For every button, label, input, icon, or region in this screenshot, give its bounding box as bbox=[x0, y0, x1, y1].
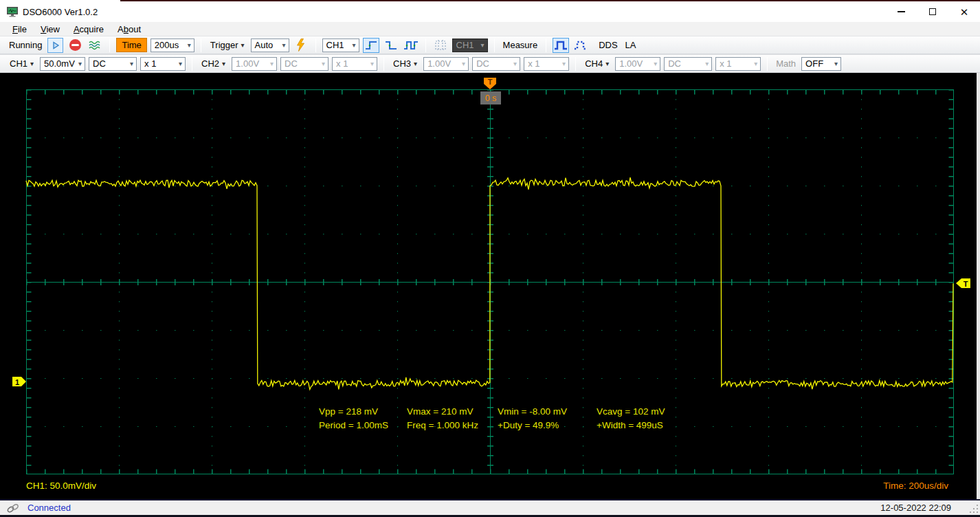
trigger-source-select[interactable]: CH1 ▾ bbox=[322, 38, 359, 52]
trigger-position-letter: T bbox=[488, 78, 493, 86]
separator bbox=[575, 57, 576, 71]
time-mode-button[interactable]: Time bbox=[116, 38, 146, 52]
maximize-icon bbox=[929, 8, 936, 15]
pulse-dotted-icon bbox=[573, 39, 588, 52]
trigger-menu-button[interactable]: Trigger ▾ bbox=[208, 38, 247, 53]
title-bar: DSO6000 Ver1.0.2 ✕ bbox=[0, 0, 980, 22]
math-value: OFF bbox=[805, 58, 823, 69]
ch4-label: CH4 bbox=[585, 58, 603, 69]
ch1-probe-value: x 1 bbox=[144, 58, 156, 69]
chevron-down-icon: ▾ bbox=[511, 60, 520, 67]
chevron-down-icon: ▾ bbox=[222, 60, 225, 67]
ch1-marker-number: 1 bbox=[15, 378, 19, 386]
app-icon bbox=[6, 6, 19, 17]
ch2-volts-select[interactable]: 1.00V ▾ bbox=[232, 57, 277, 71]
separator bbox=[767, 57, 768, 71]
trigger-time-label: 0 s bbox=[485, 94, 497, 103]
trigger-level-letter: T bbox=[964, 280, 968, 288]
separator bbox=[494, 38, 495, 52]
ch2-volts-value: 1.00V bbox=[236, 58, 259, 69]
force-trigger-button[interactable] bbox=[293, 38, 309, 53]
ch4-volts-select[interactable]: 1.00V ▾ bbox=[615, 57, 660, 71]
ch3-volts-select[interactable]: 1.00V ▾ bbox=[423, 57, 469, 71]
window-top-border bbox=[120, 0, 980, 1]
meas-vmax: Vmax = 210 mV bbox=[407, 406, 473, 417]
resize-grip[interactable] bbox=[970, 505, 979, 514]
toolbar-channels: CH1 ▾ 50.0mV ▾ DC ▾ x 1 ▾ CH2 ▾ 1.00V ▾ … bbox=[0, 54, 980, 73]
ch3-probe-select[interactable]: x 1 ▾ bbox=[524, 57, 569, 71]
chevron-down-icon: ▾ bbox=[267, 60, 276, 67]
trigger-rising-edge-button[interactable] bbox=[363, 38, 379, 53]
meas-vpp: Vpp = 218 mV bbox=[319, 406, 378, 417]
menu-bar: File View Acquire About bbox=[0, 22, 980, 36]
menu-acquire[interactable]: Acquire bbox=[67, 22, 111, 36]
meas-vmin: Vmin = -8.00 mV bbox=[498, 406, 567, 417]
cursor-measure-button[interactable] bbox=[432, 38, 449, 53]
menu-file[interactable]: File bbox=[5, 22, 34, 36]
timebase-scale-label: Time: 200us/div bbox=[883, 481, 948, 491]
timebase-select[interactable]: 200us ▾ bbox=[151, 38, 194, 52]
status-bar: Connected 12-05-2022 22:09 bbox=[0, 499, 980, 515]
ch2-probe-select[interactable]: x 1 ▾ bbox=[332, 57, 377, 71]
menu-view[interactable]: View bbox=[34, 22, 67, 36]
chevron-down-icon: ▾ bbox=[241, 41, 245, 49]
auto-setup-button[interactable] bbox=[87, 38, 103, 53]
play-icon bbox=[51, 41, 60, 50]
minimize-button[interactable] bbox=[885, 1, 917, 22]
ch4-probe-select[interactable]: x 1 ▾ bbox=[715, 57, 761, 71]
menu-about[interactable]: About bbox=[111, 22, 148, 36]
separator bbox=[109, 38, 110, 52]
measure-pulse-button[interactable] bbox=[553, 38, 569, 53]
pulse-solid-icon bbox=[553, 39, 568, 52]
chevron-down-icon: ▾ bbox=[127, 60, 136, 67]
close-button[interactable]: ✕ bbox=[948, 1, 980, 22]
ch2-label: CH2 bbox=[201, 58, 219, 69]
maximize-button[interactable] bbox=[917, 1, 948, 22]
ch3-coupling-select[interactable]: DC ▾ bbox=[472, 57, 520, 71]
scope-display[interactable]: T 0 s 1 T Vpp = 218 mV Vmax = 210 mV Vmi… bbox=[0, 73, 980, 499]
ch4-coupling-value: DC bbox=[668, 58, 681, 69]
meas-duty: +Duty = 49.9% bbox=[498, 420, 559, 430]
cursor-channel-select[interactable]: CH1 ▾ bbox=[452, 38, 488, 52]
rising-edge-icon bbox=[364, 39, 378, 52]
ch3-menu-button[interactable]: CH3 ▾ bbox=[390, 56, 420, 72]
ch1-volts-select[interactable]: 50.0mV ▾ bbox=[40, 57, 85, 71]
meas-width: +Width = 499uS bbox=[597, 420, 663, 430]
run-button[interactable] bbox=[47, 38, 63, 53]
ch4-probe-value: x 1 bbox=[720, 58, 731, 69]
falling-edge-icon bbox=[384, 39, 398, 52]
separator bbox=[383, 57, 384, 71]
ch4-menu-button[interactable]: CH4 ▾ bbox=[582, 56, 612, 72]
la-button[interactable]: LA bbox=[623, 40, 638, 50]
chevron-down-icon: ▾ bbox=[176, 60, 185, 67]
chevron-down-icon: ▾ bbox=[280, 41, 289, 49]
chevron-down-icon: ▾ bbox=[832, 60, 840, 67]
dds-button[interactable]: DDS bbox=[597, 40, 619, 50]
ch1-menu-button[interactable]: CH1 ▾ bbox=[7, 56, 36, 72]
ch1-coupling-value: DC bbox=[93, 58, 106, 69]
measure-pulse-dotted-button[interactable] bbox=[572, 38, 589, 53]
chevron-down-icon: ▾ bbox=[350, 41, 359, 49]
ch4-coupling-select[interactable]: DC ▾ bbox=[664, 57, 712, 71]
ch1-coupling-select[interactable]: DC ▾ bbox=[89, 57, 137, 71]
ch1-scale-label: CH1: 50.0mV/div bbox=[26, 481, 96, 491]
both-edges-icon bbox=[403, 39, 419, 52]
stop-button[interactable] bbox=[67, 38, 83, 53]
trigger-mode-select[interactable]: Auto ▾ bbox=[251, 38, 289, 52]
ch2-coupling-select[interactable]: DC ▾ bbox=[280, 57, 328, 71]
separator bbox=[201, 38, 201, 52]
chevron-down-icon: ▾ bbox=[319, 60, 328, 67]
trigger-falling-edge-button[interactable] bbox=[383, 38, 399, 53]
link-icon bbox=[6, 503, 20, 514]
cursor-box-icon bbox=[434, 39, 447, 52]
ch3-volts-value: 1.00V bbox=[427, 58, 451, 69]
toolbar-acquisition: Running Time 200us ▾ Trigge bbox=[0, 36, 980, 54]
trigger-source-value: CH1 bbox=[326, 40, 344, 50]
ch1-probe-select[interactable]: x 1 ▾ bbox=[140, 57, 186, 71]
ch2-menu-button[interactable]: CH2 ▾ bbox=[199, 56, 228, 72]
chevron-down-icon: ▾ bbox=[76, 60, 85, 67]
separator bbox=[315, 38, 316, 52]
measure-label[interactable]: Measure bbox=[501, 40, 540, 50]
trigger-both-edges-button[interactable] bbox=[403, 38, 419, 53]
math-select[interactable]: OFF ▾ bbox=[801, 57, 841, 71]
